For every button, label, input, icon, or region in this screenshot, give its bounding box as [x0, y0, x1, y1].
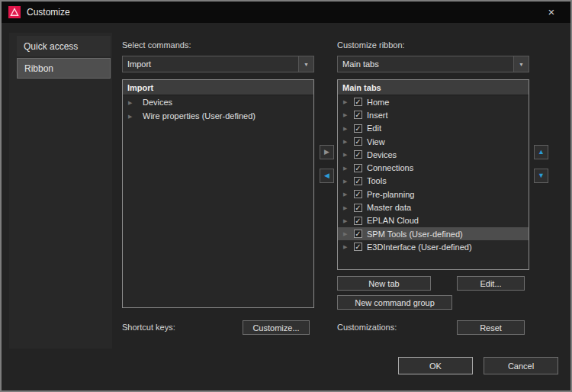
customize-ribbon-label: Customize ribbon:: [337, 40, 405, 50]
ribbon-tab-row[interactable]: ▶ ✓ Insert: [338, 108, 529, 121]
sidebar-item-ribbon[interactable]: Ribbon: [17, 58, 111, 79]
ok-button[interactable]: OK: [398, 357, 473, 374]
expander-icon[interactable]: ▶: [343, 99, 351, 104]
command-label: Devices: [143, 98, 172, 107]
arrow-right-icon: ▶: [324, 149, 329, 156]
checkbox[interactable]: ✓: [354, 98, 362, 106]
add-command-button[interactable]: ▶: [320, 145, 334, 159]
ribbon-tab-row[interactable]: ▶ ✓ E3DInterface (User-defined): [338, 240, 529, 253]
edit-button[interactable]: Edit...: [457, 276, 525, 291]
ribbon-tab-row[interactable]: ▶ ✓ Home: [338, 95, 529, 108]
checkbox[interactable]: ✓: [354, 177, 362, 185]
checkbox[interactable]: ✓: [354, 124, 362, 133]
arrow-down-icon: ▼: [538, 172, 545, 179]
customize-ribbon-dropdown[interactable]: Main tabs ▼: [337, 56, 529, 72]
checkbox[interactable]: ✓: [354, 190, 362, 198]
ribbon-tab-label: Master data: [367, 203, 411, 212]
expander-icon[interactable]: ▶: [128, 114, 136, 119]
remove-command-button[interactable]: ◀: [320, 169, 334, 183]
expander-icon[interactable]: ▶: [343, 178, 351, 184]
expander-icon[interactable]: ▶: [343, 139, 351, 144]
command-row[interactable]: ▶ Devices: [123, 95, 313, 109]
arrow-left-icon: ◀: [324, 172, 329, 179]
select-commands-value: Import: [123, 59, 298, 69]
window-title: Customize: [27, 7, 70, 18]
new-tab-button[interactable]: New tab: [337, 276, 431, 291]
ribbon-tab-label: E3DInterface (User-defined): [367, 243, 472, 252]
customizations-label: Customizations:: [337, 323, 397, 332]
expander-icon[interactable]: ▶: [343, 165, 351, 171]
expander-icon[interactable]: ▶: [343, 244, 351, 249]
commands-list-header: Import: [123, 80, 313, 95]
sidebar-item-quick-access[interactable]: Quick access: [17, 36, 111, 56]
reset-button[interactable]: Reset: [457, 320, 525, 335]
expander-icon[interactable]: ▶: [343, 231, 351, 236]
checkbox[interactable]: ✓: [354, 150, 362, 159]
chevron-down-icon[interactable]: ▼: [513, 56, 529, 72]
ribbon-tab-label: Home: [367, 98, 389, 107]
expander-icon[interactable]: ▶: [343, 112, 351, 117]
ribbon-tab-label: EPLAN Cloud: [367, 216, 419, 225]
ribbon-tab-row-selected[interactable]: ▶ ✓ SPM Tools (User-defined): [338, 227, 529, 240]
checkbox[interactable]: ✓: [354, 204, 362, 212]
ribbon-tab-row[interactable]: ▶ ✓ EPLAN Cloud: [338, 214, 529, 227]
expander-icon[interactable]: ▶: [343, 152, 351, 157]
ribbon-tab-row[interactable]: ▶ ✓ Master data: [338, 201, 529, 214]
titlebar: Customize ×: [2, 2, 570, 23]
close-icon[interactable]: ×: [540, 2, 563, 21]
checkbox[interactable]: ✓: [354, 243, 362, 251]
commands-list: Import ▶ Devices ▶ Wire properties (User…: [122, 79, 314, 308]
chevron-down-icon[interactable]: ▼: [298, 56, 313, 72]
checkbox[interactable]: ✓: [354, 217, 362, 225]
move-up-button[interactable]: ▲: [534, 145, 548, 159]
customize-dialog: Customize × Quick access Ribbon Select c…: [0, 0, 572, 392]
ribbon-tab-label: Edit: [367, 124, 381, 133]
ribbon-tab-row[interactable]: ▶ ✓ Pre-planning: [338, 188, 529, 201]
command-label: Wire properties (User-defined): [143, 111, 255, 120]
checkbox[interactable]: ✓: [354, 111, 362, 119]
ribbon-tab-label: SPM Tools (User-defined): [367, 230, 463, 239]
new-command-group-button[interactable]: New command group: [337, 295, 452, 310]
expander-icon[interactable]: ▶: [343, 205, 351, 210]
select-commands-dropdown[interactable]: Import ▼: [122, 56, 314, 72]
checkbox[interactable]: ✓: [354, 230, 362, 238]
customize-ribbon-value: Main tabs: [338, 59, 513, 69]
ribbon-tab-row[interactable]: ▶ ✓ View: [338, 135, 529, 148]
expander-icon[interactable]: ▶: [343, 218, 351, 223]
arrow-up-icon: ▲: [538, 149, 545, 156]
ribbon-tab-row[interactable]: ▶ ✓ Tools: [338, 175, 529, 188]
ribbon-tab-row[interactable]: ▶ ✓ Connections: [338, 161, 529, 174]
ribbon-tabs-list-header: Main tabs: [338, 80, 529, 95]
ribbon-tab-label: Pre-planning: [367, 190, 414, 199]
checkbox[interactable]: ✓: [354, 164, 362, 172]
category-sidebar: Quick access Ribbon: [9, 33, 112, 349]
expander-icon[interactable]: ▶: [128, 100, 136, 105]
select-commands-label: Select commands:: [122, 40, 191, 50]
eplan-logo-icon: [8, 6, 21, 18]
ribbon-tabs-list: Main tabs ▶ ✓ Home ▶ ✓ Insert ▶ ✓ Edit ▶…: [337, 79, 529, 270]
ribbon-tab-label: Devices: [367, 150, 397, 159]
cancel-button[interactable]: Cancel: [484, 357, 558, 374]
ribbon-tab-label: Connections: [367, 163, 413, 172]
command-row[interactable]: ▶ Wire properties (User-defined): [123, 109, 313, 123]
checkbox[interactable]: ✓: [354, 137, 362, 146]
shortcut-keys-label: Shortcut keys:: [122, 323, 175, 332]
ribbon-tab-label: Tools: [367, 176, 387, 185]
ribbon-tab-row[interactable]: ▶ ✓ Devices: [338, 148, 529, 161]
expander-icon[interactable]: ▶: [343, 126, 351, 131]
customize-shortcuts-button[interactable]: Customize...: [243, 320, 310, 335]
expander-icon[interactable]: ▶: [343, 191, 351, 197]
ribbon-tab-row[interactable]: ▶ ✓ Edit: [338, 122, 529, 135]
ribbon-tab-label: View: [367, 137, 385, 146]
move-down-button[interactable]: ▼: [534, 169, 548, 183]
ribbon-tab-label: Insert: [367, 111, 388, 120]
